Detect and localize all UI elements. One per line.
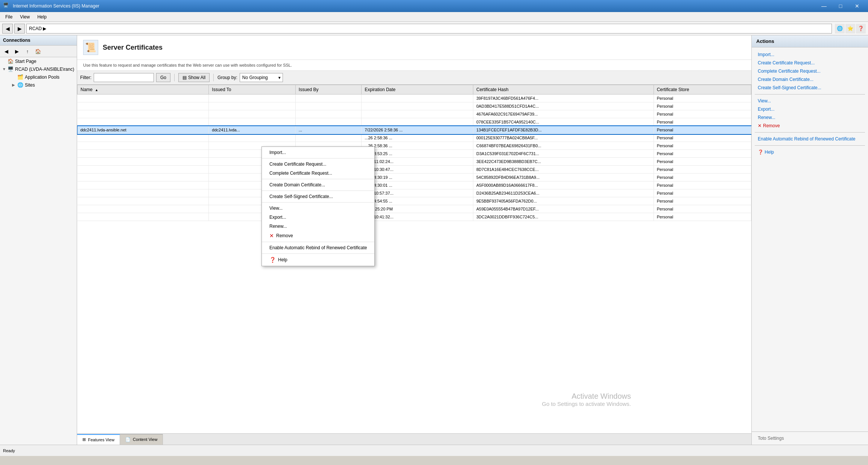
context-menu-item[interactable]: Export...	[262, 213, 374, 222]
action-remove[interactable]: ✕Remove	[752, 122, 868, 130]
toto-settings-label: Toto Settings	[758, 436, 784, 441]
context-menu-item[interactable]: Create Domain Certificate...	[262, 180, 374, 189]
table-cell: C66874BF07BEAE69826431FB0...	[473, 142, 654, 150]
minimize-button[interactable]: —	[816, 1, 832, 11]
connections-panel: Connections ◀ ▶ ↑ 🏠 🏠 Start Page ▼ 🖥️ RC…	[0, 35, 77, 445]
table-cell: Personal	[654, 110, 751, 118]
context-menu-item[interactable]: Import...	[262, 148, 374, 157]
toolbar-icon-2[interactable]: ⭐	[845, 24, 855, 34]
col-hash[interactable]: Certificate Hash	[473, 85, 654, 95]
table-cell: Personal	[654, 150, 751, 158]
menu-help[interactable]: Help	[33, 13, 50, 21]
show-all-button[interactable]: ▤ Show All	[178, 73, 210, 82]
close-button[interactable]: ✕	[849, 1, 865, 11]
tree-start-page[interactable]: 🏠 Start Page	[0, 57, 77, 65]
context-menu-remove[interactable]: ✕Remove	[262, 231, 374, 241]
menu-view[interactable]: View	[16, 13, 33, 21]
groupby-select[interactable]: No Grouping Certificate Store Issued By	[240, 73, 283, 82]
table-cell	[295, 134, 361, 142]
action-item[interactable]: Create Self-Signed Certificate...	[752, 84, 868, 92]
menu-bar: File View Help	[0, 12, 868, 22]
tree-rcad[interactable]: ▼ 🖥️ RCAD (LVDA-ANSIBLE\ranc)	[0, 65, 77, 73]
col-issued-to[interactable]: Issued To	[209, 85, 296, 95]
table-cell: Personal	[654, 134, 751, 142]
action-item[interactable]: Create Domain Certificate...	[752, 75, 868, 84]
context-menu-separator	[262, 202, 374, 203]
context-menu-item[interactable]: Create Self-Signed Certificate...	[262, 192, 374, 201]
action-item[interactable]: Import...	[752, 50, 868, 59]
col-issued-by[interactable]: Issued By	[295, 85, 361, 95]
maximize-button[interactable]: □	[833, 1, 848, 11]
table-cell: 0AD3BD417E588D51CFD1A4C...	[473, 102, 654, 110]
table-cell: Personal	[654, 189, 751, 197]
features-view-icon: ⊞	[82, 437, 86, 442]
app-icon: 🖥️	[3, 2, 11, 10]
col-name[interactable]: Name ▲	[78, 85, 209, 95]
action-help[interactable]: ❓ Help	[752, 148, 868, 156]
action-item[interactable]: Export...	[752, 105, 868, 113]
conn-forward-btn[interactable]: ▶	[12, 47, 22, 56]
table-row[interactable]: ...25 10:41:32...3DC2A0021DDBFF936C724C5…	[78, 213, 751, 221]
address-box[interactable]: RCAD ▶	[26, 24, 832, 34]
content-view-tab[interactable]: 📄 Content View	[120, 434, 163, 445]
table-row[interactable]: ...26 4:54:55 ...9E5BBF937405A56FDA762D0…	[78, 197, 751, 205]
table-row[interactable]: 0AD3BD417E588D51CFD1A4C...Personal	[78, 102, 751, 110]
action-item[interactable]: Enable Automatic Rebind of Renewed Certi…	[752, 135, 868, 143]
forward-button[interactable]: ▶	[14, 24, 25, 34]
table-cell	[78, 150, 209, 158]
context-menu-item[interactable]: Create Certificate Request...	[262, 160, 374, 169]
toolbar-icon-3[interactable]: ❓	[856, 24, 866, 34]
context-menu-item[interactable]: Complete Certificate Request...	[262, 169, 374, 178]
remove-label: Remove	[276, 233, 293, 238]
action-item[interactable]: Create Certificate Request...	[752, 59, 868, 67]
table-row[interactable]: ...25 4:30:01 ...A5F0000AB89D16A0666617F…	[78, 181, 751, 189]
conn-back-btn[interactable]: ◀	[2, 47, 11, 56]
table-row[interactable]: 078CEE335F1B57C4A952140C...Personal	[78, 118, 751, 126]
toolbar-icon-1[interactable]: 🌐	[835, 24, 845, 34]
table-row[interactable]: ...24 3:53:25 ...D3A1C539F031E702D4F6C73…	[78, 150, 751, 158]
table-row[interactable]: ...26 2:58:36 ...C66874BF07BEAE69826431F…	[78, 142, 751, 150]
col-expiration[interactable]: Expiration Date	[362, 85, 473, 95]
menu-file[interactable]: File	[2, 13, 16, 21]
context-menu-item[interactable]: Renew...	[262, 222, 374, 231]
table-row[interactable]: ...26 2:58:36 ...000125E930777BA024CB8A5…	[78, 134, 751, 142]
action-item[interactable]: Renew...	[752, 113, 868, 122]
table-cell	[78, 213, 209, 221]
back-button[interactable]: ◀	[2, 24, 13, 34]
action-item[interactable]: View...	[752, 97, 868, 105]
col-store[interactable]: Certificate Store	[654, 85, 751, 95]
table-row[interactable]: ...23 11:02:24...3EE422C473ED9B388BD3EB7…	[78, 158, 751, 166]
help-icon: ❓	[269, 257, 276, 263]
sites-label: Sites	[25, 82, 35, 88]
certificates-table: Name ▲ Issued To Issued By Expiration Da…	[77, 85, 751, 221]
table-row[interactable]: ...23 4:30:19 ...54C85892DFB4D96EA731B8A…	[78, 174, 751, 181]
tree-app-pools[interactable]: 🗂️ Application Pools	[0, 73, 77, 81]
table-cell: ...25 4:30:01 ...	[362, 181, 473, 189]
table-row[interactable]: ddc2411.lvda-ansible.netddc2411.lvda....…	[78, 126, 751, 134]
table-cell: Personal	[654, 118, 751, 126]
context-menu-help[interactable]: ❓Help	[262, 255, 374, 265]
table-cell: 9E5BBF937405A56FDA762D0...	[473, 197, 654, 205]
address-path: RCAD ▶	[29, 26, 46, 31]
action-item[interactable]: Complete Certificate Request...	[752, 67, 868, 75]
start-page-icon: 🏠	[8, 58, 14, 64]
conn-up-btn[interactable]: ↑	[23, 47, 32, 56]
features-view-tab[interactable]: ⊞ Features View	[77, 434, 120, 445]
context-menu-item[interactable]: View...	[262, 204, 374, 213]
window-controls: — □ ✕	[816, 1, 865, 11]
table-cell: A5F0000AB89D16A0666617F8...	[473, 181, 654, 189]
table-row[interactable]: ...25 10:57:37...D2436B25AB234611D253CEA…	[78, 189, 751, 197]
table-row[interactable]: 39F8197A3C46BFD561A476F4...Personal	[78, 95, 751, 102]
conn-home-btn[interactable]: 🏠	[33, 47, 43, 56]
table-row[interactable]: ...25 10:30:47...8D7C81A16E484CEC7638CCE…	[78, 166, 751, 174]
table-row[interactable]: ...5 3:25:20 PMA59E0A055554B47BA97D12EF.…	[78, 205, 751, 213]
context-menu-item[interactable]: Enable Automatic Rebind of Renewed Certi…	[262, 243, 374, 252]
tree-sites[interactable]: ▶ 🌐 Sites	[0, 81, 77, 89]
table-cell: Personal	[654, 95, 751, 102]
expand-icon-rcad: ▼	[2, 67, 8, 71]
rcad-icon: 🖥️	[8, 66, 14, 72]
go-button[interactable]: Go	[156, 73, 170, 82]
table-row[interactable]: 4676AFA602C917E69479AF39...Personal	[78, 110, 751, 118]
filter-input[interactable]	[94, 73, 154, 82]
table-cell: Personal	[654, 213, 751, 221]
